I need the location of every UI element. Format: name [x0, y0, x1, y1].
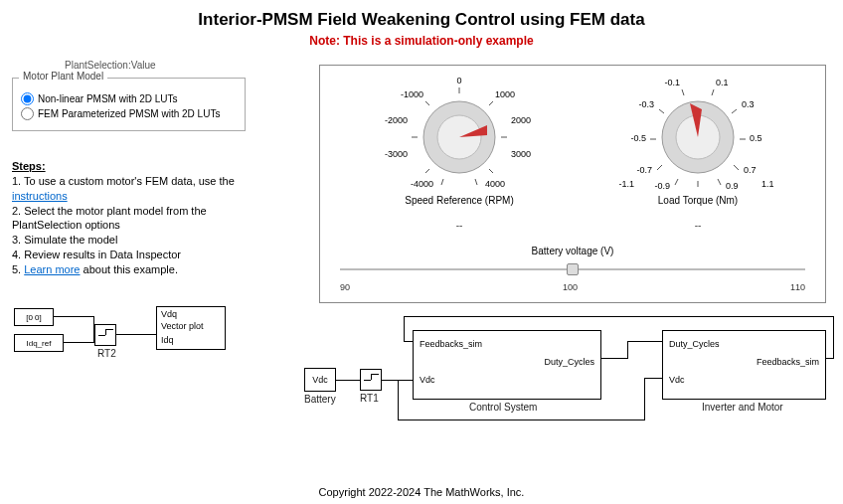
- step-5: 5. Learn more about this example.: [12, 262, 251, 277]
- svg-text:-3000: -3000: [385, 149, 408, 159]
- svg-text:0: 0: [456, 76, 461, 85]
- svg-text:-0.3: -0.3: [638, 99, 654, 109]
- dashboard-panel: 0 -1000 1000 -2000 2000 -3000 3000 -4000…: [319, 65, 826, 303]
- torque-dial-label: Load Torque (Nm): [598, 195, 797, 206]
- control-system-block[interactable]: Feedbacks_sim Vdc Duty_Cycles: [413, 330, 601, 400]
- svg-line-32: [718, 179, 721, 185]
- svg-text:1.1: 1.1: [761, 179, 774, 189]
- vector-plot-port-vdq: Vdq: [161, 309, 177, 319]
- radio-fem-pmsm-input[interactable]: [21, 107, 34, 120]
- control-system-out-duty: Duty_Cycles: [544, 357, 594, 367]
- learn-more-link[interactable]: Learn more: [24, 263, 80, 275]
- svg-text:0.1: 0.1: [716, 78, 729, 87]
- radio-fem-pmsm[interactable]: FEM Parameterized PMSM with 2D LUTs: [21, 107, 237, 120]
- step-4: 4. Review results in Data Inspector: [12, 248, 251, 262]
- inverter-motor-block[interactable]: Duty_Cycles Vdc Feedbacks_sim: [662, 330, 826, 400]
- svg-line-25: [659, 109, 664, 113]
- speed-dial[interactable]: 0 -1000 1000 -2000 2000 -3000 3000 -4000…: [360, 70, 559, 231]
- inverter-out-feedbacks: Feedbacks_sim: [757, 357, 819, 367]
- slider-min: 90: [340, 282, 350, 292]
- svg-text:-0.7: -0.7: [636, 165, 652, 175]
- rt1-block[interactable]: [360, 369, 382, 391]
- steps-panel: Steps: 1. To use a custom motor's FEM da…: [12, 159, 251, 277]
- radio-nonlinear-pmsm-input[interactable]: [21, 92, 34, 105]
- rt1-label: RT1: [360, 393, 379, 404]
- page-title: Interior-PMSM Field Weakening Control us…: [0, 0, 843, 30]
- svg-line-30: [734, 165, 739, 170]
- svg-line-9: [441, 179, 443, 185]
- svg-line-10: [475, 179, 477, 185]
- control-system-in-vdc: Vdc: [420, 375, 435, 385]
- svg-line-29: [657, 165, 662, 170]
- inverter-motor-label: Inverter and Motor: [702, 402, 783, 413]
- step-2: 2. Select the motor plant model from the…: [12, 204, 251, 234]
- page-subtitle: Note: This is a simulation-only example: [0, 34, 843, 48]
- svg-text:0.5: 0.5: [750, 133, 762, 143]
- svg-line-4: [425, 101, 429, 105]
- torque-dial-value: --: [598, 220, 797, 231]
- svg-line-7: [489, 169, 493, 173]
- battery-voltage-label: Battery voltage (V): [340, 246, 805, 256]
- control-system-in-feedbacks: Feedbacks_sim: [420, 339, 482, 349]
- steps-heading: Steps:: [12, 159, 251, 174]
- vector-plot-port-idq: Idq: [161, 335, 174, 345]
- slider-max: 110: [790, 282, 805, 292]
- speed-dial-gauge-icon: 0 -1000 1000 -2000 2000 -3000 3000 -4000…: [380, 70, 539, 189]
- constant-block[interactable]: [ 0 0 ]: [14, 308, 54, 326]
- svg-text:4000: 4000: [485, 179, 505, 189]
- svg-text:-0.9: -0.9: [654, 181, 670, 189]
- torque-dial-gauge-icon: -0.1 0.1 -0.3 0.3 -0.5 0.5 -0.7 0.7 -0.9…: [608, 70, 787, 189]
- inverter-in-vdc: Vdc: [669, 375, 685, 385]
- slider-track[interactable]: [340, 262, 805, 280]
- radio-nonlinear-pmsm-label: Non-linear PMSM with 2D LUTs: [38, 93, 178, 104]
- svg-text:1000: 1000: [495, 89, 515, 99]
- step-1: 1. To use a custom motor's FEM data, use…: [12, 174, 251, 204]
- step-3: 3. Simulate the model: [12, 233, 251, 248]
- vector-plot-name: Vector plot: [161, 321, 204, 331]
- svg-line-8: [425, 169, 429, 173]
- svg-text:-0.5: -0.5: [630, 133, 646, 143]
- svg-line-24: [712, 89, 714, 95]
- vdc-block[interactable]: Vdc: [304, 368, 336, 392]
- svg-text:-4000: -4000: [411, 179, 433, 189]
- battery-voltage-slider[interactable]: Battery voltage (V) 90 100 110: [340, 246, 805, 292]
- svg-text:0.3: 0.3: [742, 99, 755, 109]
- inverter-in-duty: Duty_Cycles: [669, 339, 720, 349]
- vector-plot-block[interactable]: Vdq Vector plot Idq: [156, 306, 226, 350]
- svg-line-3: [489, 101, 493, 105]
- instructions-link[interactable]: instructions: [12, 190, 68, 202]
- svg-text:-2000: -2000: [385, 115, 408, 125]
- speed-dial-value: --: [360, 220, 559, 231]
- svg-line-26: [732, 109, 737, 113]
- svg-text:3000: 3000: [511, 149, 531, 159]
- slider-thumb[interactable]: [567, 263, 579, 275]
- speed-dial-label: Speed Reference (RPM): [360, 195, 559, 206]
- svg-text:-1000: -1000: [401, 89, 423, 99]
- svg-text:2000: 2000: [511, 115, 531, 125]
- radio-fem-pmsm-label: FEM Parameterized PMSM with 2D LUTs: [38, 108, 220, 119]
- svg-line-23: [682, 89, 684, 95]
- svg-text:0.7: 0.7: [744, 165, 757, 175]
- motor-plant-model-group: Motor Plant Model Non-linear PMSM with 2…: [12, 78, 246, 131]
- idq-ref-block[interactable]: Idq_ref: [14, 334, 64, 352]
- rt2-block[interactable]: [94, 324, 116, 346]
- svg-text:-0.1: -0.1: [664, 78, 680, 87]
- copyright-text: Copyright 2022-2024 The MathWorks, Inc.: [0, 486, 843, 498]
- svg-line-31: [675, 179, 678, 185]
- slider-mid: 100: [563, 282, 578, 292]
- svg-text:-1.1: -1.1: [618, 179, 634, 189]
- plant-selection-heading: PlantSelection:Value: [65, 60, 156, 71]
- control-system-label: Control System: [469, 402, 537, 413]
- battery-label: Battery: [304, 394, 336, 405]
- svg-text:0.9: 0.9: [726, 181, 739, 189]
- motor-plant-model-title: Motor Plant Model: [19, 71, 107, 82]
- radio-nonlinear-pmsm[interactable]: Non-linear PMSM with 2D LUTs: [21, 92, 237, 105]
- rt2-label: RT2: [97, 348, 116, 359]
- torque-dial[interactable]: -0.1 0.1 -0.3 0.3 -0.5 0.5 -0.7 0.7 -0.9…: [598, 70, 797, 231]
